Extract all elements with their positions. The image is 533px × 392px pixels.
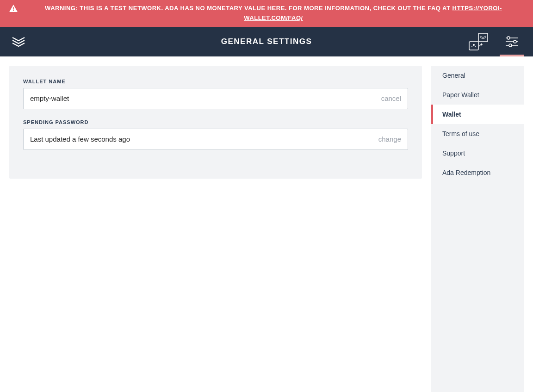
svg-point-8 (507, 37, 510, 39)
sidebar-item-ada-redemption[interactable]: Ada Redemption (431, 163, 524, 182)
sidebar-item-terms-of-use[interactable]: Terms of use (431, 124, 524, 143)
daedalus-transfer-icon[interactable] (466, 27, 490, 56)
spending-password-label: SPENDING PASSWORD (23, 119, 408, 125)
wallet-name-input[interactable] (30, 94, 381, 102)
warning-icon (9, 5, 18, 13)
wallet-name-cancel-button[interactable]: cancel (381, 94, 401, 102)
wallet-name-input-wrap[interactable]: cancel (23, 88, 408, 109)
warning-banner: WARNING: THIS IS A TEST NETWORK. ADA HAS… (0, 0, 533, 27)
sidebar-item-paper-wallet[interactable]: Paper Wallet (431, 85, 524, 105)
wallet-name-label: WALLET NAME (23, 79, 408, 84)
page-title: GENERAL SETTINGS (221, 37, 312, 46)
sidebar-item-label: Paper Wallet (442, 91, 479, 99)
app-logo-icon[interactable] (9, 32, 28, 51)
svg-point-6 (475, 46, 476, 47)
svg-point-4 (473, 44, 475, 46)
sidebar-item-label: Wallet (442, 111, 461, 118)
spending-password-wrap[interactable]: Last updated a few seconds ago change (23, 129, 408, 150)
sidebar-item-label: General (442, 72, 465, 79)
app-header: GENERAL SETTINGS (0, 27, 533, 56)
svg-point-12 (509, 44, 512, 47)
settings-sidebar: General Paper Wallet Wallet Terms of use… (431, 66, 524, 392)
svg-point-10 (514, 40, 516, 43)
sidebar-item-wallet[interactable]: Wallet (431, 105, 524, 124)
sidebar-item-label: Terms of use (442, 130, 479, 137)
sidebar-item-label: Support (442, 149, 465, 157)
sidebar-item-general[interactable]: General (431, 66, 524, 85)
spending-password-status: Last updated a few seconds ago (30, 135, 378, 143)
svg-rect-0 (13, 7, 14, 10)
sidebar-item-label: Ada Redemption (442, 169, 490, 176)
warning-text: WARNING: THIS IS A TEST NETWORK. ADA HAS… (23, 4, 524, 23)
settings-card: WALLET NAME cancel SPENDING PASSWORD Las… (9, 66, 422, 179)
svg-rect-1 (13, 10, 14, 11)
settings-icon[interactable] (500, 27, 524, 56)
sidebar-item-support[interactable]: Support (431, 143, 524, 163)
spending-password-change-button[interactable]: change (378, 135, 401, 143)
svg-point-5 (471, 46, 472, 47)
